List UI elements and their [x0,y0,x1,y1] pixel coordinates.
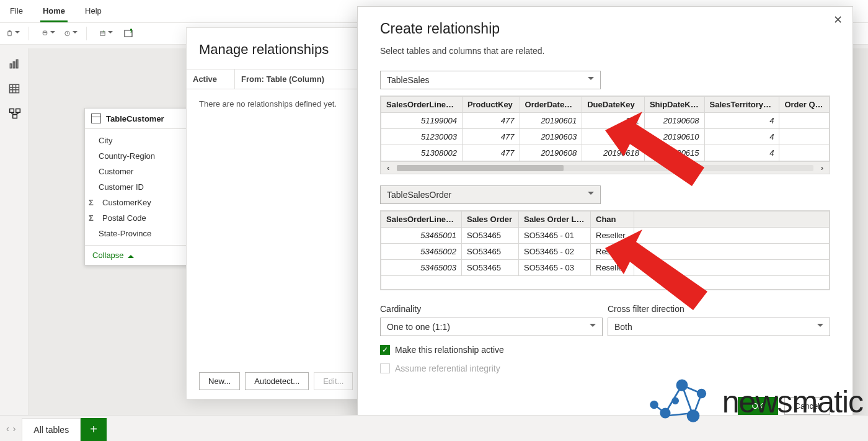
watermark-text: newsmatic [722,384,863,420]
svg-rect-11 [16,109,20,113]
table-a-dropdown[interactable]: TableSales [380,71,601,89]
model-view-icon[interactable] [6,107,22,120]
scroll-right-icon[interactable]: › [818,163,826,172]
recent-icon[interactable] [64,27,78,40]
crossfilter-label: Cross filter direction [608,304,830,314]
getdata-icon[interactable] [42,27,55,40]
edit-button: Edit... [314,372,353,390]
view-rail [0,48,29,415]
svg-point-22 [698,390,706,398]
referential-checkbox-label: Assume referential integrity [395,363,500,373]
svg-rect-12 [13,115,17,118]
svg-rect-9 [9,84,19,92]
table-b-preview: SalesOrderLineKey Sales Order Sales Orde… [380,210,830,290]
svg-rect-4 [100,32,105,35]
chevron-down-icon [590,324,596,330]
report-view-icon[interactable] [6,57,22,71]
chevron-down-icon [588,77,594,83]
col-from: From: Table (Column) [235,69,359,89]
tab-pager[interactable]: ‹› [0,416,22,441]
svg-point-24 [661,409,670,417]
menu-home[interactable]: Home [40,4,68,22]
th[interactable]: DueDateKey [582,97,645,113]
cardinality-value: One to one (1:1) [387,322,450,332]
table-card[interactable]: TableCustomer City Country-Region Custom… [84,108,190,265]
table-a-scrollbar[interactable]: ‹ › [381,161,830,174]
th[interactable]: ProductKey [462,97,520,113]
add-tab-button[interactable]: + [81,418,107,441]
tab-all-tables[interactable]: All tables [22,418,81,441]
col-active: Active [187,69,235,89]
svg-rect-5 [125,30,132,37]
svg-point-26 [673,398,678,404]
manage-title: Manage relationships [187,42,359,58]
table-field-list: City Country-Region Customer Customer ID… [85,129,189,245]
table-card-title: TableCustomer [106,114,164,123]
svg-rect-7 [13,62,15,68]
data-view-icon[interactable] [6,82,22,96]
table-card-header: TableCustomer [85,109,189,129]
paste-icon[interactable] [6,27,20,40]
table-b-dropdown[interactable]: TableSalesOrder [380,185,601,204]
refresh-icon[interactable] [122,27,135,40]
autodetect-button[interactable]: Autodetect... [245,372,309,390]
menu-file[interactable]: File [7,4,25,22]
svg-rect-8 [16,60,18,68]
menu-help[interactable]: Help [82,4,104,22]
th[interactable]: SalesTerritoryKey [704,97,779,113]
manage-columns: Active From: Table (Column) [187,69,359,89]
field-item[interactable]: City [85,133,189,148]
chevron-up-icon [128,252,134,258]
svg-rect-6 [10,64,12,68]
svg-point-21 [677,380,687,390]
th[interactable]: SalesOrderLineKey [381,97,463,113]
dialog-title: Create relationship [380,20,830,37]
table-icon [91,114,101,123]
crossfilter-dropdown[interactable]: Both [608,318,830,336]
table-a-preview: SalesOrderLineKey ProductKey OrderDateKe… [380,96,830,174]
th[interactable]: Order Qua [779,97,830,113]
create-relationship-dialog: ✕ Create relationship Select tables and … [357,6,853,428]
th[interactable]: SalesOrderLineKey [381,212,462,228]
th[interactable]: OrderDateKey [520,97,582,113]
field-item[interactable]: ΣPostal Code [85,210,189,226]
checkbox-unchecked-icon [380,363,390,373]
th [634,212,830,228]
active-checkbox-row[interactable]: Make this relationship active [380,345,830,355]
th[interactable]: Sales Order Line [519,212,591,228]
close-icon[interactable]: ✕ [833,13,843,27]
sigma-icon: Σ [89,198,97,207]
checkbox-checked-icon[interactable] [380,345,390,355]
referential-checkbox-row: Assume referential integrity [380,363,830,373]
svg-point-23 [688,411,699,422]
watermark-logo-icon [648,374,716,430]
manage-relationships-panel: Manage relationships Active From: Table … [186,27,360,399]
table-a-value: TableSales [387,75,430,85]
th[interactable]: ShipDateKey [644,97,704,113]
svg-point-25 [650,401,657,408]
crossfilter-value: Both [614,322,632,332]
sigma-icon: Σ [89,213,97,223]
scroll-left-icon[interactable]: ‹ [384,163,392,172]
field-item[interactable]: ΣCustomerKey [85,195,189,210]
active-checkbox-label: Make this relationship active [395,345,504,355]
field-item[interactable]: State-Province [85,226,189,241]
chevron-down-icon [588,192,594,198]
watermark: newsmatic [648,374,863,430]
field-item[interactable]: Customer [85,164,189,179]
cardinality-dropdown[interactable]: One to one (1:1) [380,318,603,336]
cardinality-label: Cardinality [380,304,603,314]
svg-point-2 [43,31,46,33]
manage-empty-text: There are no relationships defined yet. [187,89,359,118]
svg-rect-10 [10,109,14,113]
transform-icon[interactable] [99,27,113,40]
table-b-value: TableSalesOrder [387,190,451,200]
field-item[interactable]: Country-Region [85,148,189,164]
dialog-subtitle: Select tables and columns that are relat… [380,46,830,56]
field-item[interactable]: Customer ID [85,179,189,195]
chevron-down-icon [817,324,823,330]
th[interactable]: Chan [591,212,634,228]
new-button[interactable]: New... [199,372,240,390]
th[interactable]: Sales Order [462,212,519,228]
collapse-button[interactable]: Collapse [85,245,189,265]
